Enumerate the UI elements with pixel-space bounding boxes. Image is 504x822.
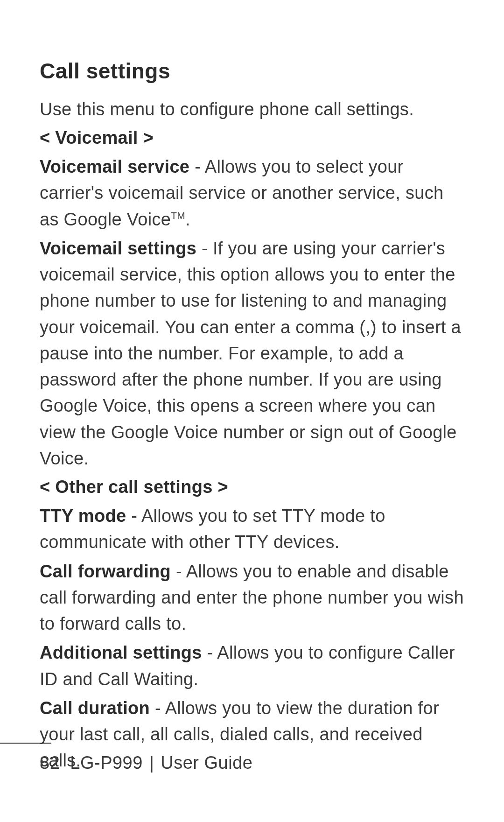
page-footer: 82LG-P999|User Guide (0, 743, 504, 773)
entry-lead: Voicemail settings (40, 239, 196, 258)
entry-lead: Voicemail service (40, 157, 189, 176)
entry-lead: TTY mode (40, 506, 126, 526)
entry-additional-settings: Additional settings - Allows you to conf… (40, 639, 464, 692)
entry-voicemail-service: Voicemail service - Allows you to select… (40, 154, 464, 232)
page-content: Call settings Use this menu to configure… (40, 58, 464, 773)
entry-body: - If you are using your carrier's voicem… (40, 239, 461, 468)
entry-tty-mode: TTY mode - Allows you to set TTY mode to… (40, 503, 464, 555)
entry-voicemail-settings: Voicemail settings - If you are using yo… (40, 235, 464, 471)
entry-lead: Call duration (40, 698, 150, 718)
intro-text: Use this menu to configure phone call se… (40, 97, 464, 122)
footer-rule (0, 743, 51, 744)
page: Call settings Use this menu to configure… (0, 0, 504, 822)
footer-doc-title: User Guide (161, 753, 252, 773)
page-number: 82 (40, 753, 60, 773)
entry-lead: Additional settings (40, 643, 202, 662)
footer-separator: | (149, 753, 154, 773)
page-title: Call settings (40, 58, 464, 84)
footer-line: 82LG-P999|User Guide (0, 753, 504, 773)
section-header-other-call: < Other call settings > (40, 474, 464, 500)
entry-lead: Call forwarding (40, 562, 171, 581)
footer-model: LG-P999 (70, 753, 143, 773)
entry-call-forwarding: Call forwarding - Allows you to enable a… (40, 558, 464, 637)
entry-tail: . (185, 210, 190, 229)
section-header-voicemail: < Voicemail > (40, 125, 464, 151)
trademark-symbol: TM (171, 210, 185, 221)
